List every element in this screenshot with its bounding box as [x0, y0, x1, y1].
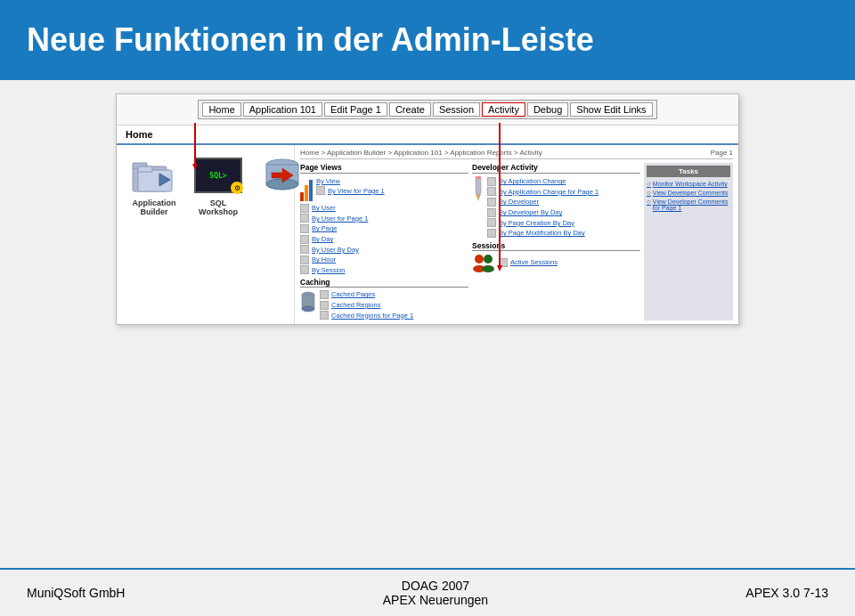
- admin-btn-edit[interactable]: Edit Page 1: [324, 102, 387, 117]
- dev-link-2-text: By Developer: [499, 198, 539, 206]
- session-link-0[interactable]: Active Sessions: [499, 257, 558, 268]
- admin-btn-home[interactable]: Home: [202, 102, 240, 117]
- pv-icon-6: [300, 245, 309, 254]
- pv-link-8[interactable]: By Session: [300, 265, 468, 276]
- pv-link-5-text: By Day: [312, 235, 333, 243]
- pv-link-5[interactable]: By Day: [300, 234, 468, 245]
- report-breadcrumb-bar: Home > Application Builder > Application…: [300, 149, 733, 159]
- dev-link-1[interactable]: By Application Change for Page 1: [487, 187, 598, 198]
- dev-icon-3: [487, 208, 496, 217]
- cache-link-2-text: Cached Regions for Page 1: [331, 312, 413, 320]
- pv-link-7[interactable]: By Hour: [300, 255, 468, 265]
- pv-link-8-text: By Session: [312, 266, 346, 274]
- pv-link-6-text: By User By Day: [312, 246, 359, 254]
- admin-btn-showedit[interactable]: Show Edit Links: [570, 102, 652, 117]
- dev-link-5-text: By Page Modification By Day: [499, 229, 585, 237]
- cache-link-2[interactable]: Cached Regions for Page 1: [320, 310, 413, 320]
- pv-link-0-text: By View: [316, 177, 340, 185]
- dev-link-0-text: By Application Change: [499, 177, 566, 185]
- session-link-0-text: Active Sessions: [510, 258, 558, 266]
- svg-rect-21: [476, 176, 481, 179]
- sessions-title: Sessions: [472, 241, 640, 251]
- dev-link-1-text: By Application Change for Page 1: [499, 188, 598, 196]
- pv-icon-1: [316, 186, 325, 195]
- app-builder-label: Application Builder: [126, 199, 183, 216]
- pv-icon-2: [300, 204, 309, 213]
- home-label: Home: [126, 129, 153, 140]
- task-link-1[interactable]: ○ View Developer Comments: [647, 189, 730, 198]
- cache-link-1-text: Cached Regions: [331, 301, 380, 309]
- pv-link-2[interactable]: By User: [300, 203, 468, 214]
- pv-link-6[interactable]: By User By Day: [300, 244, 468, 255]
- dev-link-4[interactable]: By Page Creation By Day: [487, 217, 598, 228]
- caching-section: Caching: [300, 278, 468, 320]
- app-builder-icon: [126, 154, 183, 197]
- admin-btn-session[interactable]: Session: [433, 102, 480, 117]
- sessions-content: Active Sessions: [472, 253, 640, 272]
- admin-bar-container: Home Application 101 Edit Page 1 Create …: [117, 94, 738, 126]
- report-breadcrumb-text: Home > Application Builder > Application…: [300, 149, 542, 157]
- dev-pencil-icon: [472, 176, 484, 201]
- home-breadcrumb: Home: [117, 126, 738, 145]
- pv-link-3-text: By User for Page 1: [312, 215, 368, 223]
- pv-link-2-text: By User: [312, 204, 336, 212]
- svg-point-22: [475, 255, 484, 263]
- page-views-title: Page Views: [300, 163, 468, 174]
- pv-link-3[interactable]: By User for Page 1: [300, 214, 468, 224]
- dev-link-3[interactable]: By Developer By Day: [487, 207, 598, 218]
- sql-gear-icon: ⚙: [231, 182, 243, 194]
- svg-rect-7: [138, 166, 152, 172]
- footer-center: DOAG 2007 APEX Neuerungen: [383, 579, 488, 607]
- apex-screenshot: Home Application 101 Edit Page 1 Create …: [116, 93, 739, 325]
- task-link-2-text: View Developer Comments for Page 1: [653, 199, 730, 211]
- task-link-0[interactable]: ○ Monitor Workspace Activity: [647, 180, 730, 189]
- cache-link-1[interactable]: Cached Regions: [320, 300, 413, 311]
- svg-marker-20: [476, 194, 481, 201]
- report-panel: Home > Application Builder > Application…: [295, 145, 738, 324]
- admin-btn-debug[interactable]: Debug: [527, 102, 568, 117]
- svg-point-25: [482, 265, 494, 272]
- pv-icon-5: [300, 235, 309, 244]
- dev-icon-2: [487, 198, 496, 207]
- sql-text: SQL>: [209, 172, 226, 180]
- pv-link-7-text: By Hour: [312, 255, 336, 263]
- pv-icon-7: [300, 255, 309, 264]
- task-bullet-0: ○: [647, 180, 651, 188]
- pv-link-4-text: By Page: [312, 224, 337, 232]
- dev-icon-4: [487, 218, 496, 227]
- admin-btn-create[interactable]: Create: [389, 102, 431, 117]
- task-bullet-1: ○: [647, 189, 651, 197]
- tasks-header: Tasks: [647, 166, 730, 177]
- dev-link-5[interactable]: By Page Modification By Day: [487, 228, 598, 239]
- dev-link-0[interactable]: By Application Change: [487, 176, 598, 187]
- pv-icon-3: [300, 214, 309, 223]
- page-info: Page 1: [711, 149, 733, 157]
- svg-point-18: [302, 306, 314, 312]
- sql-monitor: SQL> ⚙: [194, 158, 242, 193]
- pv-icon-8: [300, 265, 309, 274]
- admin-btn-activity[interactable]: Activity: [482, 102, 525, 117]
- sql-workshop-icon-item[interactable]: SQL> ⚙ SQL Workshop: [190, 154, 247, 216]
- dev-activity-content: By Application Change By Application Cha…: [472, 176, 640, 239]
- footer-center-line2: APEX Neuerungen: [383, 593, 488, 607]
- by-view-link: By View By View for Page 1: [316, 176, 385, 196]
- task-link-1-text: View Developer Comments: [653, 190, 729, 196]
- dev-link-2[interactable]: By Developer: [487, 197, 598, 207]
- left-icons-panel: Application Builder SQL> ⚙ SQL Workshop: [117, 145, 295, 324]
- dev-icon-1: [487, 187, 496, 196]
- admin-bar: Home Application 101 Edit Page 1 Create …: [198, 100, 656, 119]
- cache-icon-2: [320, 311, 329, 320]
- pv-link-0[interactable]: By View: [316, 176, 385, 186]
- sql-workshop-label: SQL Workshop: [190, 199, 247, 216]
- pv-link-4[interactable]: By Page: [300, 223, 468, 234]
- tasks-panel: Tasks ○ Monitor Workspace Activity ○ Vie…: [644, 163, 733, 320]
- slide-title: Neue Funktionen in der Admin-Leiste: [27, 21, 594, 59]
- pv-link-1[interactable]: By View for Page 1: [316, 186, 385, 197]
- slide-wrapper: Neue Funktionen in der Admin-Leiste Home…: [0, 0, 855, 616]
- task-link-2[interactable]: ○ View Developer Comments for Page 1: [647, 198, 730, 212]
- admin-btn-app101[interactable]: Application 101: [243, 102, 322, 117]
- cache-link-0[interactable]: Cached Pages: [320, 289, 413, 300]
- sql-workshop-icon: SQL> ⚙: [190, 154, 247, 197]
- app-builder-icon-item[interactable]: Application Builder: [126, 154, 183, 216]
- dev-icon-0: [487, 177, 496, 186]
